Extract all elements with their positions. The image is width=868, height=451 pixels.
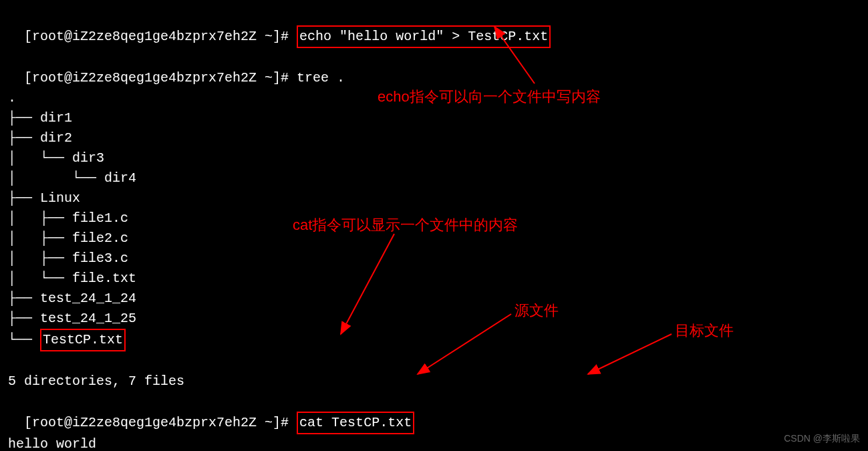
- annotation-echo: echo指令可以向一个文件中写内容: [378, 86, 601, 108]
- testcp-box: TestCP.txt: [40, 329, 126, 351]
- hello-output1: hello world: [8, 436, 96, 451]
- prompt: [root@iZ2ze8qeg1ge4bzprx7eh2Z ~]#: [24, 415, 289, 430]
- tree-command: tree .: [297, 70, 345, 86]
- tree-dir1: dir1: [40, 110, 72, 126]
- tree-item: │ └── file.txt: [8, 269, 860, 289]
- tree-item: ├── dir1: [8, 108, 860, 128]
- terminal-line: [root@iZ2ze8qeg1ge4bzprx7eh2Z ~]# tree .: [8, 48, 860, 88]
- terminal-line: [root@iZ2ze8qeg1ge4bzprx7eh2Z ~]# cat Te…: [8, 392, 860, 434]
- tree-file3: file3.c: [72, 251, 128, 266]
- annotation-cat: cat指令可以显示一个文件中的内容: [293, 214, 518, 236]
- tree-file1: file1.c: [72, 210, 128, 226]
- tree-dir2: dir2: [40, 130, 72, 146]
- echo-command: echo "hello world" > TestCP.txt: [299, 29, 548, 44]
- annotation-dst: 目标文件: [675, 319, 734, 341]
- cat-command: cat TestCP.txt: [299, 415, 412, 430]
- prompt: [root@iZ2ze8qeg1ge4bzprx7eh2Z ~]#: [24, 70, 289, 86]
- tree-dir4: dir4: [104, 170, 136, 186]
- echo-command-box: echo "hello world" > TestCP.txt: [297, 25, 551, 48]
- tree-summary: 5 directories, 7 files: [8, 371, 860, 392]
- tree-item: │ ├── file3.c: [8, 249, 860, 269]
- tree-testcp: TestCP.txt: [43, 332, 123, 347]
- tree-linux: Linux: [40, 190, 80, 206]
- tree-test1: test_24_1_24: [40, 291, 136, 306]
- watermark: CSDN @李斯啦果: [784, 432, 860, 446]
- tree-item: ├── Linux: [8, 188, 860, 208]
- tree-item: ├── test_24_1_24: [8, 289, 860, 309]
- tree-test2: test_24_1_25: [40, 311, 136, 326]
- prompt: [root@iZ2ze8qeg1ge4bzprx7eh2Z ~]#: [24, 29, 289, 44]
- annotation-src: 源文件: [515, 299, 559, 321]
- tree-item: ├── dir2: [8, 128, 860, 148]
- tree-filetxt: file.txt: [72, 271, 136, 286]
- tree-item: │ └── dir4: [8, 168, 860, 188]
- output-line: hello world: [8, 434, 860, 451]
- tree-item: │ └── dir3: [8, 148, 860, 168]
- tree-dir3: dir3: [72, 150, 104, 166]
- terminal-line: [root@iZ2ze8qeg1ge4bzprx7eh2Z ~]# echo "…: [8, 5, 860, 48]
- blank-line: [8, 351, 860, 371]
- cat-command-box: cat TestCP.txt: [297, 412, 414, 434]
- tree-summary-text: 5 directories, 7 files: [8, 373, 184, 389]
- tree-dot: .: [8, 90, 16, 106]
- tree-file2: file2.c: [72, 231, 128, 246]
